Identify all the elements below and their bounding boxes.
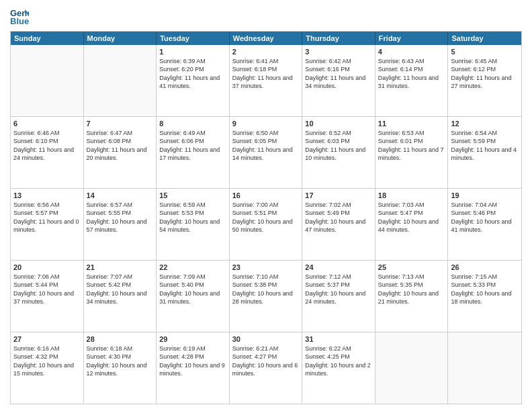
day-cell-13: 13Sunrise: 6:56 AM Sunset: 5:57 PM Dayli… <box>11 189 84 260</box>
calendar-row-2: 13Sunrise: 6:56 AM Sunset: 5:57 PM Dayli… <box>11 189 521 261</box>
weekday-header-friday: Friday <box>375 32 449 45</box>
day-cell-1: 1Sunrise: 6:39 AM Sunset: 6:20 PM Daylig… <box>157 45 230 116</box>
weekday-header-sunday: Sunday <box>11 32 84 45</box>
calendar-row-4: 27Sunrise: 6:16 AM Sunset: 4:32 PM Dayli… <box>11 332 521 404</box>
calendar-header: SundayMondayTuesdayWednesdayThursdayFrid… <box>11 32 521 45</box>
day-info: Sunrise: 6:54 AM Sunset: 5:59 PM Dayligh… <box>451 129 519 162</box>
day-info: Sunrise: 7:09 AM Sunset: 5:40 PM Dayligh… <box>159 273 226 306</box>
day-cell-8: 8Sunrise: 6:49 AM Sunset: 6:06 PM Daylig… <box>157 117 230 188</box>
weekday-header-thursday: Thursday <box>302 32 375 45</box>
day-number: 18 <box>378 191 445 200</box>
day-info: Sunrise: 6:53 AM Sunset: 6:01 PM Dayligh… <box>378 129 445 162</box>
day-info: Sunrise: 6:47 AM Sunset: 6:08 PM Dayligh… <box>87 129 154 162</box>
day-info: Sunrise: 6:45 AM Sunset: 6:12 PM Dayligh… <box>451 57 519 90</box>
day-number: 22 <box>159 263 226 272</box>
day-cell-15: 15Sunrise: 6:59 AM Sunset: 5:53 PM Dayli… <box>157 189 230 260</box>
logo: General Blue <box>10 7 32 26</box>
header: General Blue <box>10 7 522 26</box>
day-number: 4 <box>378 47 445 56</box>
day-number: 16 <box>232 191 300 200</box>
weekday-header-tuesday: Tuesday <box>157 32 230 45</box>
day-number: 25 <box>378 263 445 272</box>
day-number: 14 <box>87 191 154 200</box>
day-info: Sunrise: 6:22 AM Sunset: 4:25 PM Dayligh… <box>305 345 372 377</box>
day-cell-11: 11Sunrise: 6:53 AM Sunset: 6:01 PM Dayli… <box>375 117 449 188</box>
day-number: 5 <box>451 47 519 56</box>
weekday-header-monday: Monday <box>84 32 157 45</box>
day-info: Sunrise: 6:56 AM Sunset: 5:57 PM Dayligh… <box>13 201 81 234</box>
day-number: 6 <box>13 119 81 128</box>
day-cell-28: 28Sunrise: 6:18 AM Sunset: 4:30 PM Dayli… <box>84 332 157 404</box>
day-info: Sunrise: 6:41 AM Sunset: 6:18 PM Dayligh… <box>232 57 300 90</box>
day-cell-14: 14Sunrise: 6:57 AM Sunset: 5:55 PM Dayli… <box>84 189 157 260</box>
day-number: 23 <box>232 263 300 272</box>
day-number: 8 <box>159 119 226 128</box>
weekday-header-wednesday: Wednesday <box>230 32 303 45</box>
day-info: Sunrise: 6:16 AM Sunset: 4:32 PM Dayligh… <box>13 345 81 377</box>
day-cell-5: 5Sunrise: 6:45 AM Sunset: 6:12 PM Daylig… <box>448 45 521 116</box>
day-number: 11 <box>378 119 445 128</box>
day-number: 13 <box>13 191 81 200</box>
svg-text:Blue: Blue <box>10 16 29 26</box>
calendar: SundayMondayTuesdayWednesdayThursdayFrid… <box>10 31 522 404</box>
empty-cell <box>11 45 84 116</box>
day-cell-3: 3Sunrise: 6:42 AM Sunset: 6:16 PM Daylig… <box>302 45 375 116</box>
day-info: Sunrise: 6:19 AM Sunset: 4:28 PM Dayligh… <box>159 345 226 377</box>
page: General Blue SundayMondayTuesdayWednesda… <box>0 0 532 411</box>
day-number: 30 <box>232 334 300 344</box>
day-cell-29: 29Sunrise: 6:19 AM Sunset: 4:28 PM Dayli… <box>157 332 230 404</box>
day-cell-10: 10Sunrise: 6:52 AM Sunset: 6:03 PM Dayli… <box>302 117 375 188</box>
day-cell-27: 27Sunrise: 6:16 AM Sunset: 4:32 PM Dayli… <box>11 332 84 404</box>
day-info: Sunrise: 6:52 AM Sunset: 6:03 PM Dayligh… <box>305 129 372 162</box>
day-number: 24 <box>305 263 372 272</box>
day-info: Sunrise: 6:50 AM Sunset: 6:05 PM Dayligh… <box>232 129 300 162</box>
day-cell-23: 23Sunrise: 7:10 AM Sunset: 5:38 PM Dayli… <box>230 261 303 332</box>
day-cell-17: 17Sunrise: 7:02 AM Sunset: 5:49 PM Dayli… <box>302 189 375 260</box>
day-info: Sunrise: 7:10 AM Sunset: 5:38 PM Dayligh… <box>232 273 300 306</box>
day-info: Sunrise: 7:07 AM Sunset: 5:42 PM Dayligh… <box>87 273 154 306</box>
day-number: 3 <box>305 47 372 56</box>
day-number: 28 <box>87 334 154 344</box>
day-number: 17 <box>305 191 372 200</box>
day-number: 2 <box>232 47 300 56</box>
day-info: Sunrise: 7:06 AM Sunset: 5:44 PM Dayligh… <box>13 273 81 306</box>
day-cell-2: 2Sunrise: 6:41 AM Sunset: 6:18 PM Daylig… <box>230 45 303 116</box>
day-cell-30: 30Sunrise: 6:21 AM Sunset: 4:27 PM Dayli… <box>230 332 303 404</box>
day-number: 29 <box>159 334 226 344</box>
day-number: 31 <box>305 334 372 344</box>
day-number: 19 <box>451 191 519 200</box>
day-cell-19: 19Sunrise: 7:04 AM Sunset: 5:46 PM Dayli… <box>448 189 521 260</box>
day-info: Sunrise: 6:49 AM Sunset: 6:06 PM Dayligh… <box>159 129 226 162</box>
calendar-body: 1Sunrise: 6:39 AM Sunset: 6:20 PM Daylig… <box>11 45 521 404</box>
day-info: Sunrise: 6:21 AM Sunset: 4:27 PM Dayligh… <box>232 345 300 377</box>
day-cell-24: 24Sunrise: 7:12 AM Sunset: 5:37 PM Dayli… <box>302 261 375 332</box>
empty-cell <box>448 332 521 404</box>
day-number: 21 <box>87 263 154 272</box>
day-info: Sunrise: 7:12 AM Sunset: 5:37 PM Dayligh… <box>305 273 372 306</box>
day-cell-12: 12Sunrise: 6:54 AM Sunset: 5:59 PM Dayli… <box>448 117 521 188</box>
day-info: Sunrise: 7:02 AM Sunset: 5:49 PM Dayligh… <box>305 201 372 234</box>
day-info: Sunrise: 6:18 AM Sunset: 4:30 PM Dayligh… <box>87 345 154 377</box>
calendar-row-3: 20Sunrise: 7:06 AM Sunset: 5:44 PM Dayli… <box>11 261 521 332</box>
day-info: Sunrise: 7:15 AM Sunset: 5:33 PM Dayligh… <box>451 273 519 306</box>
day-cell-31: 31Sunrise: 6:22 AM Sunset: 4:25 PM Dayli… <box>302 332 375 404</box>
logo-icon: General Blue <box>10 7 29 26</box>
day-info: Sunrise: 7:03 AM Sunset: 5:47 PM Dayligh… <box>378 201 445 234</box>
day-number: 20 <box>13 263 81 272</box>
day-info: Sunrise: 6:39 AM Sunset: 6:20 PM Dayligh… <box>159 57 226 90</box>
day-cell-6: 6Sunrise: 6:46 AM Sunset: 6:10 PM Daylig… <box>11 117 84 188</box>
day-number: 26 <box>451 263 519 272</box>
empty-cell <box>84 45 157 116</box>
empty-cell <box>375 332 449 404</box>
day-info: Sunrise: 6:57 AM Sunset: 5:55 PM Dayligh… <box>87 201 154 234</box>
day-number: 10 <box>305 119 372 128</box>
day-info: Sunrise: 6:42 AM Sunset: 6:16 PM Dayligh… <box>305 57 372 90</box>
day-info: Sunrise: 7:04 AM Sunset: 5:46 PM Dayligh… <box>451 201 519 234</box>
day-cell-22: 22Sunrise: 7:09 AM Sunset: 5:40 PM Dayli… <box>157 261 230 332</box>
day-number: 9 <box>232 119 300 128</box>
day-number: 1 <box>159 47 226 56</box>
day-number: 12 <box>451 119 519 128</box>
day-info: Sunrise: 7:13 AM Sunset: 5:35 PM Dayligh… <box>378 273 445 306</box>
day-info: Sunrise: 7:00 AM Sunset: 5:51 PM Dayligh… <box>232 201 300 234</box>
calendar-row-1: 6Sunrise: 6:46 AM Sunset: 6:10 PM Daylig… <box>11 117 521 189</box>
